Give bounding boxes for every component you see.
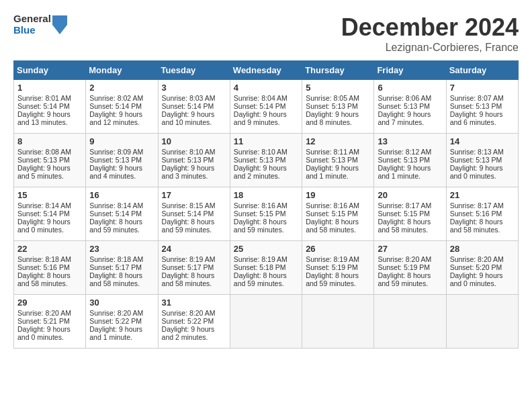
calendar-cell: 4Sunrise: 8:04 AMSunset: 5:14 PMDaylight… <box>230 80 302 134</box>
calendar-cell: 10Sunrise: 8:10 AMSunset: 5:13 PMDayligh… <box>158 134 230 187</box>
calendar-cell: 5Sunrise: 8:05 AMSunset: 5:13 PMDaylight… <box>302 80 374 134</box>
calendar-week-4: 22Sunrise: 8:18 AMSunset: 5:16 PMDayligh… <box>14 241 519 295</box>
col-tuesday: Tuesday <box>158 61 230 80</box>
calendar-cell: 30Sunrise: 8:20 AMSunset: 5:22 PMDayligh… <box>86 295 158 349</box>
calendar-cell: 15Sunrise: 8:14 AMSunset: 5:14 PMDayligh… <box>14 187 86 241</box>
calendar-cell: 31Sunrise: 8:20 AMSunset: 5:22 PMDayligh… <box>158 295 230 349</box>
title-block: December 2024 Lezignan-Corbieres, France <box>341 13 519 54</box>
calendar-cell: 14Sunrise: 8:13 AMSunset: 5:13 PMDayligh… <box>446 134 518 187</box>
logo-chevron-icon <box>52 15 67 34</box>
calendar-cell <box>302 295 374 349</box>
calendar-cell: 27Sunrise: 8:20 AMSunset: 5:19 PMDayligh… <box>374 241 446 295</box>
calendar-cell: 11Sunrise: 8:10 AMSunset: 5:13 PMDayligh… <box>230 134 302 187</box>
calendar-cell: 21Sunrise: 8:17 AMSunset: 5:16 PMDayligh… <box>446 187 518 241</box>
calendar-cell: 23Sunrise: 8:18 AMSunset: 5:17 PMDayligh… <box>86 241 158 295</box>
calendar-cell: 12Sunrise: 8:11 AMSunset: 5:13 PMDayligh… <box>302 134 374 187</box>
calendar-cell: 1Sunrise: 8:01 AMSunset: 5:14 PMDaylight… <box>14 80 86 134</box>
calendar-cell: 22Sunrise: 8:18 AMSunset: 5:16 PMDayligh… <box>14 241 86 295</box>
calendar-week-3: 15Sunrise: 8:14 AMSunset: 5:14 PMDayligh… <box>14 187 519 241</box>
calendar-cell: 13Sunrise: 8:12 AMSunset: 5:13 PMDayligh… <box>374 134 446 187</box>
calendar-cell <box>374 295 446 349</box>
page-header: General Blue December 2024 Lezignan-Corb… <box>13 13 519 54</box>
col-thursday: Thursday <box>302 61 374 80</box>
calendar-cell: 2Sunrise: 8:02 AMSunset: 5:14 PMDaylight… <box>86 80 158 134</box>
calendar-cell: 3Sunrise: 8:03 AMSunset: 5:14 PMDaylight… <box>158 80 230 134</box>
calendar-cell: 29Sunrise: 8:20 AMSunset: 5:21 PMDayligh… <box>14 295 86 349</box>
calendar-cell: 18Sunrise: 8:16 AMSunset: 5:15 PMDayligh… <box>230 187 302 241</box>
calendar-cell: 24Sunrise: 8:19 AMSunset: 5:17 PMDayligh… <box>158 241 230 295</box>
calendar-cell <box>446 295 518 349</box>
location: Lezignan-Corbieres, France <box>341 42 519 54</box>
svg-marker-0 <box>52 15 67 34</box>
calendar-cell: 7Sunrise: 8:07 AMSunset: 5:13 PMDaylight… <box>446 80 518 134</box>
calendar-cell: 8Sunrise: 8:08 AMSunset: 5:13 PMDaylight… <box>14 134 86 187</box>
calendar-week-5: 29Sunrise: 8:20 AMSunset: 5:21 PMDayligh… <box>14 295 519 349</box>
col-monday: Monday <box>86 61 158 80</box>
calendar-cell: 20Sunrise: 8:17 AMSunset: 5:15 PMDayligh… <box>374 187 446 241</box>
calendar-cell: 28Sunrise: 8:20 AMSunset: 5:20 PMDayligh… <box>446 241 518 295</box>
col-sunday: Sunday <box>14 61 86 80</box>
calendar-cell: 19Sunrise: 8:16 AMSunset: 5:15 PMDayligh… <box>302 187 374 241</box>
col-wednesday: Wednesday <box>230 61 302 80</box>
calendar-cell: 17Sunrise: 8:15 AMSunset: 5:14 PMDayligh… <box>158 187 230 241</box>
calendar-table: Sunday Monday Tuesday Wednesday Thursday… <box>13 60 519 349</box>
header-row: Sunday Monday Tuesday Wednesday Thursday… <box>14 61 519 80</box>
calendar-cell: 9Sunrise: 8:09 AMSunset: 5:13 PMDaylight… <box>86 134 158 187</box>
calendar-cell: 26Sunrise: 8:19 AMSunset: 5:19 PMDayligh… <box>302 241 374 295</box>
calendar-cell: 25Sunrise: 8:19 AMSunset: 5:18 PMDayligh… <box>230 241 302 295</box>
calendar-cell: 16Sunrise: 8:14 AMSunset: 5:14 PMDayligh… <box>86 187 158 241</box>
logo: General Blue <box>13 13 67 36</box>
col-saturday: Saturday <box>446 61 518 80</box>
col-friday: Friday <box>374 61 446 80</box>
calendar-cell: 6Sunrise: 8:06 AMSunset: 5:13 PMDaylight… <box>374 80 446 134</box>
calendar-cell <box>230 295 302 349</box>
calendar-week-1: 1Sunrise: 8:01 AMSunset: 5:14 PMDaylight… <box>14 80 519 134</box>
month-title: December 2024 <box>341 13 519 42</box>
calendar-week-2: 8Sunrise: 8:08 AMSunset: 5:13 PMDaylight… <box>14 134 519 187</box>
